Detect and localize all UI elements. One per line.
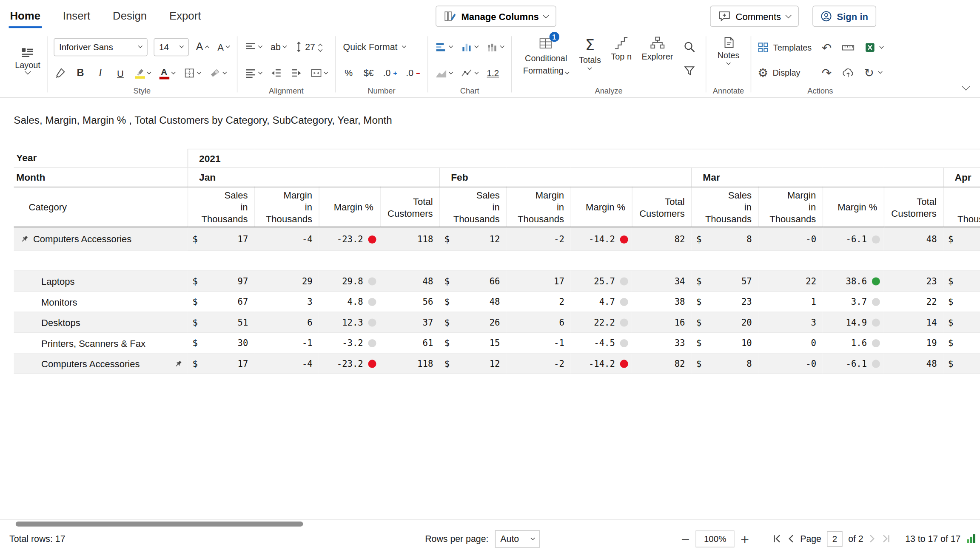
cell-sales[interactable]: $26 [439, 312, 506, 332]
font-family-select[interactable]: Inforiver Sans [54, 38, 147, 56]
cell-sales[interactable]: $97 [188, 271, 254, 291]
templates-button[interactable]: Templates [758, 42, 812, 53]
currency-format-button[interactable]: $€ [362, 64, 376, 82]
cell-margin[interactable]: -1 [254, 332, 319, 353]
cell-customers[interactable]: 34 [632, 271, 692, 291]
month-header-feb[interactable]: Feb [439, 168, 691, 187]
measure-header[interactable]: Margin % [823, 187, 884, 227]
bold-button[interactable]: B [74, 64, 87, 82]
cell-sales[interactable]: $57 [691, 271, 758, 291]
measure-header[interactable]: Salesin Thousands [188, 187, 254, 227]
cell-sales[interactable]: $17 [188, 227, 254, 251]
page-input[interactable]: 2 [827, 531, 843, 547]
sign-in-button[interactable]: Sign in [812, 6, 876, 27]
cell-sales[interactable]: $30 [188, 332, 254, 353]
last-page-button[interactable] [881, 534, 891, 543]
undo-button[interactable]: ↶ [822, 42, 832, 54]
top-n-button[interactable]: Top n [606, 36, 637, 62]
manage-columns-button[interactable]: Manage Columns [436, 6, 556, 27]
increase-font-size-button[interactable]: A [195, 37, 210, 56]
cell-margin-pct[interactable]: 4.8 [319, 291, 380, 312]
cell-margin-pct[interactable]: -14.2 [571, 227, 632, 251]
cell-sales[interactable]: $8 [691, 353, 758, 374]
cell-sales[interactable]: $ [943, 291, 980, 312]
cell-margin-pct[interactable]: -23.2 [319, 353, 380, 374]
layout-button[interactable]: Layout [15, 46, 40, 73]
cell-customers[interactable]: 19 [884, 332, 943, 353]
cell-customers[interactable]: 48 [884, 227, 943, 251]
row-label[interactable]: Laptops [14, 271, 187, 291]
cell-sales[interactable]: $20 [691, 312, 758, 332]
notes-button[interactable]: Notes [712, 36, 744, 64]
first-page-button[interactable] [773, 534, 782, 543]
fit-width-button[interactable] [842, 43, 854, 52]
cell-sales[interactable]: $67 [188, 291, 254, 312]
column-chart-button[interactable] [460, 37, 479, 56]
row-label[interactable]: Computers Accessories [14, 227, 187, 251]
cell-margin-pct[interactable]: -6.1 [823, 227, 884, 251]
cell-margin[interactable]: 6 [254, 312, 319, 332]
display-button[interactable]: ⚙ Display [758, 66, 812, 78]
measure-header[interactable]: Margin % [571, 187, 632, 227]
cell-sales[interactable]: $ [943, 227, 980, 251]
decrease-indent-button[interactable] [269, 64, 283, 82]
cell-customers[interactable]: 61 [380, 332, 439, 353]
cell-margin-pct[interactable]: -3.2 [319, 332, 380, 353]
underline-button[interactable]: U [114, 64, 127, 82]
cell-margin[interactable]: -2 [506, 227, 570, 251]
zoom-in-button[interactable]: + [740, 532, 749, 545]
collapse-ribbon-button[interactable] [963, 82, 969, 91]
increase-indent-button[interactable] [289, 64, 303, 82]
cell-margin[interactable]: 3 [758, 312, 822, 332]
export-excel-button[interactable] [864, 42, 883, 53]
category-header[interactable]: Category [14, 187, 187, 227]
stacked-chart-button[interactable] [486, 37, 505, 56]
cell-margin-pct[interactable]: 29.8 [319, 271, 380, 291]
cell-customers[interactable]: 118 [380, 353, 439, 374]
cell-margin[interactable]: 29 [254, 271, 319, 291]
cell-margin[interactable]: -0 [758, 353, 822, 374]
scrollbar-thumb[interactable] [16, 521, 303, 526]
cell-customers[interactable]: 48 [380, 271, 439, 291]
cell-sales[interactable]: $ [943, 332, 980, 353]
measure-header[interactable]: Marginin Thousands [506, 187, 570, 227]
font-size-select[interactable]: 14 [154, 38, 188, 56]
bar-chart-button[interactable] [434, 37, 454, 56]
decrease-decimal-button[interactable]: .0− [405, 64, 421, 82]
zoom-level[interactable]: 100% [696, 530, 735, 547]
measure-header[interactable]: Marginin Thousands [254, 187, 319, 227]
cell-margin[interactable]: 2 [506, 291, 570, 312]
totals-button[interactable]: Σ Totals [574, 36, 606, 69]
cell-margin[interactable]: 1 [758, 291, 822, 312]
row-height-control[interactable]: 27 [294, 37, 323, 56]
cell-customers[interactable]: 82 [632, 353, 692, 374]
increase-decimal-button[interactable]: .0+ [382, 64, 399, 82]
measure-header[interactable]: Marginin Thousands [758, 187, 822, 227]
tab-export[interactable]: Export [168, 6, 202, 25]
cell-sales[interactable]: $ [943, 353, 980, 374]
vertical-align-button[interactable] [244, 37, 263, 56]
cell-customers[interactable]: 14 [884, 312, 943, 332]
merge-cells-button[interactable] [309, 64, 329, 82]
cell-customers[interactable]: 16 [632, 312, 692, 332]
cell-margin-pct[interactable]: -14.2 [571, 353, 632, 374]
pin-icon[interactable] [174, 360, 182, 369]
cell-customers[interactable]: 22 [884, 291, 943, 312]
cell-customers[interactable]: 23 [884, 271, 943, 291]
borders-button[interactable] [182, 64, 202, 82]
cell-margin[interactable]: -2 [506, 353, 570, 374]
percent-format-button[interactable]: % [342, 64, 356, 82]
cell-margin[interactable]: 22 [758, 271, 822, 291]
zoom-out-button[interactable]: − [681, 532, 690, 545]
measure-header[interactable]: TotalCustomers [632, 187, 692, 227]
cell-margin[interactable]: 0 [758, 332, 822, 353]
cell-sales[interactable]: $ [943, 312, 980, 332]
cell-margin-pct[interactable]: 1.6 [823, 332, 884, 353]
cell-margin[interactable]: 3 [254, 291, 319, 312]
cell-margin[interactable]: -1 [506, 332, 570, 353]
number-chart-button[interactable]: 1.2 [486, 64, 500, 82]
cell-customers[interactable]: 48 [884, 353, 943, 374]
cell-sales[interactable]: $66 [439, 271, 506, 291]
decrease-font-size-button[interactable]: A [216, 37, 231, 56]
rows-per-page-select[interactable]: Auto [495, 530, 540, 547]
